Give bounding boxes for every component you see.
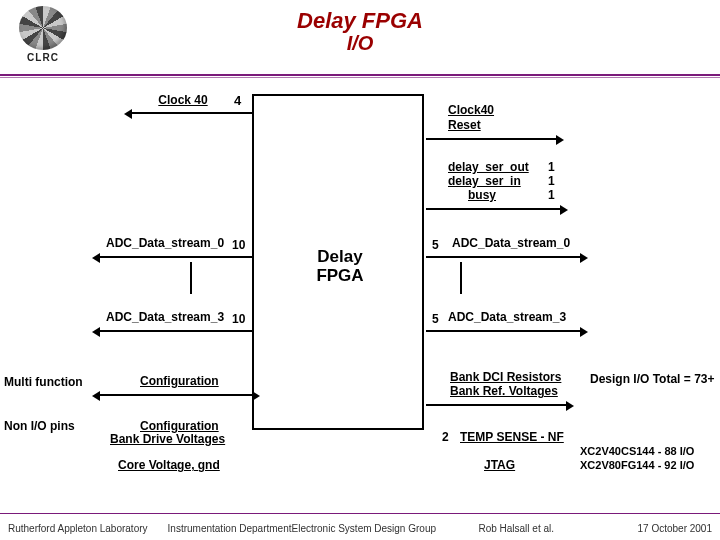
label-bus10b: 10 bbox=[232, 312, 245, 326]
slide-root: CLRC Delay FPGA I/O Delay FPGA Clock 40 … bbox=[0, 0, 720, 540]
label-non-io-pins: Non I/O pins bbox=[4, 419, 75, 433]
part-1: XC2V40CS144 - 88 I/O bbox=[580, 444, 694, 458]
label-bank-drive: Bank Drive Voltages bbox=[110, 432, 225, 446]
ellipsis-right-icon bbox=[460, 262, 462, 294]
label-configuration2: Configuration bbox=[140, 419, 219, 433]
arrow-adc0-left bbox=[100, 256, 252, 258]
label-one-a: 1 bbox=[548, 160, 555, 174]
header-rule bbox=[0, 74, 720, 76]
arrow-configuration bbox=[100, 394, 252, 396]
label-bank-ref: Bank Ref. Voltages bbox=[450, 384, 558, 398]
label-core-voltage: Core Voltage, gnd bbox=[118, 458, 220, 472]
label-busy: busy bbox=[468, 188, 496, 202]
label-bus5a: 5 bbox=[432, 238, 439, 252]
footer-date: 17 October 2001 bbox=[574, 523, 712, 534]
label-clock40-right: Clock40 bbox=[448, 103, 494, 117]
arrow-bank-right bbox=[426, 404, 566, 406]
part-list: XC2V40CS144 - 88 I/O XC2V80FG144 - 92 I/… bbox=[580, 444, 694, 473]
label-reset: Reset bbox=[448, 118, 481, 132]
label-bank-dci: Bank DCI Resistors bbox=[450, 370, 561, 384]
label-delay-ser-in: delay_ser_in bbox=[448, 174, 521, 188]
label-bus10a: 10 bbox=[232, 238, 245, 252]
label-adc0-left: ADC_Data_stream_0 bbox=[106, 236, 224, 250]
label-bus5b: 5 bbox=[432, 312, 439, 326]
label-one-b: 1 bbox=[548, 174, 555, 188]
page-subtitle: I/O bbox=[0, 32, 720, 55]
footer-rule bbox=[0, 513, 720, 514]
label-adc3-right: ADC_Data_stream_3 bbox=[448, 310, 566, 324]
page-title: Delay FPGA bbox=[0, 8, 720, 34]
label-one-c: 1 bbox=[548, 188, 555, 202]
label-multi-function: Multi function bbox=[4, 375, 83, 389]
footer: Rutherford Appleton Laboratory Instrumen… bbox=[0, 523, 720, 534]
fpga-label-line1: Delay bbox=[317, 247, 362, 266]
header-rule-2 bbox=[0, 77, 720, 78]
label-clock40-left: Clock 40 bbox=[148, 93, 218, 107]
label-delay-ser-out: delay_ser_out bbox=[448, 160, 529, 174]
arrow-serial-right bbox=[426, 208, 560, 210]
part-2: XC2V80FG144 - 92 I/O bbox=[580, 458, 694, 472]
footer-org: Rutherford Appleton Laboratory bbox=[8, 523, 148, 534]
arrow-clock40-left bbox=[132, 112, 252, 114]
label-temp-sense: TEMP SENSE - NF bbox=[460, 430, 564, 444]
fpga-label: Delay FPGA bbox=[294, 248, 386, 285]
label-configuration: Configuration bbox=[140, 374, 219, 388]
title-area: Delay FPGA I/O bbox=[0, 8, 720, 55]
arrow-adc3-right bbox=[426, 330, 580, 332]
label-adc3-left: ADC_Data_stream_3 bbox=[106, 310, 224, 324]
label-design-total: Design I/O Total = 73+ bbox=[590, 372, 714, 386]
label-adc0-right: ADC_Data_stream_0 bbox=[452, 236, 570, 250]
footer-group: Electronic System Design Group bbox=[292, 523, 437, 534]
label-bus4: 4 bbox=[234, 93, 241, 108]
fpga-label-line2: FPGA bbox=[316, 266, 363, 285]
label-two: 2 bbox=[442, 430, 449, 444]
label-jtag: JTAG bbox=[484, 458, 515, 472]
arrow-adc3-left bbox=[100, 330, 252, 332]
footer-author: Rob Halsall et al. bbox=[436, 523, 574, 534]
arrow-adc0-right bbox=[426, 256, 580, 258]
arrow-reset-right bbox=[426, 138, 556, 140]
ellipsis-left-icon bbox=[190, 262, 192, 294]
footer-dept: Instrumentation Department bbox=[148, 523, 292, 534]
